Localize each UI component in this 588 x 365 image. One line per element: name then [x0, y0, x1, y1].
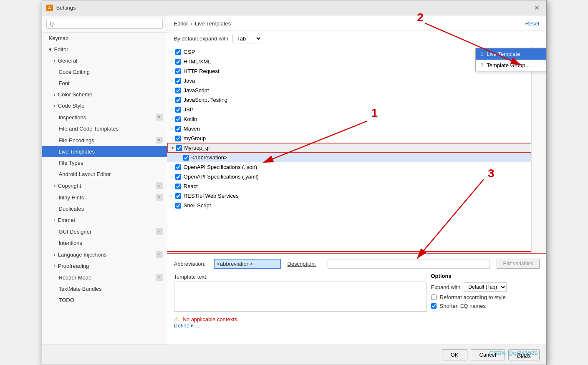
sidebar-item-gui-designer[interactable]: GUI Designer ≡: [42, 226, 167, 237]
sidebar-item-label: Language Injections: [58, 252, 106, 258]
group-checkbox-java[interactable]: [175, 78, 181, 84]
reset-button[interactable]: Reset: [525, 20, 540, 27]
tpl-group-openapi-yaml[interactable]: › OpenAPI Specifications (.yaml): [167, 172, 531, 181]
breadcrumb-separator: ›: [190, 20, 192, 27]
sidebar-item-copyright[interactable]: › Copyright ≡: [42, 180, 167, 191]
tpl-group-myruop[interactable]: ▾ Myruop_qi: [167, 143, 531, 153]
sidebar-item-inspections[interactable]: Inspections ≡: [42, 111, 167, 123]
sidebar-item-general[interactable]: › General: [42, 55, 167, 66]
group-checkbox-jsp[interactable]: [175, 107, 181, 113]
close-button[interactable]: ✕: [532, 3, 542, 13]
options-title: Options: [431, 273, 540, 279]
sidebar-item-intentions[interactable]: Intentions: [42, 237, 167, 249]
toolbar-row: By default expand with Tab Enter Space: [167, 30, 546, 47]
group-label: OpenAPI Specifications (.json): [184, 164, 257, 170]
group-expand-arrow: ›: [172, 174, 173, 179]
shorten-eq-checkbox[interactable]: [431, 303, 437, 309]
group-checkbox-http[interactable]: [175, 68, 181, 74]
group-checkbox-js-testing[interactable]: [175, 97, 181, 103]
tpl-item-abbreviation[interactable]: <abbreviation>: [167, 153, 531, 162]
item-checkbox-abbreviation[interactable]: [183, 155, 189, 161]
group-checkbox-myruop[interactable]: [176, 145, 182, 151]
tpl-group-mygroup[interactable]: › myGroup: [167, 133, 531, 143]
description-input[interactable]: [328, 259, 490, 269]
dropdown-item-live-template[interactable]: 1 Live Template: [476, 48, 546, 60]
group-checkbox-react[interactable]: [175, 184, 181, 189]
group-expand-arrow: ›: [172, 69, 173, 73]
define-link[interactable]: Define ▾: [174, 322, 540, 329]
tpl-group-javascript[interactable]: › JavaScript: [167, 86, 531, 95]
expand-select[interactable]: Tab Enter Space: [232, 34, 262, 43]
dropdown-label-2: Template Group...: [487, 62, 530, 68]
tpl-group-kotlin[interactable]: › Kotlin: [167, 114, 531, 124]
sidebar-item-textmate-bundles[interactable]: TextMate Bundles: [42, 283, 167, 295]
sidebar-item-emmet[interactable]: › Emmet: [42, 214, 167, 226]
dropdown-num-2: 2: [481, 63, 484, 68]
sidebar-item-label: Editor: [54, 46, 68, 53]
tpl-group-restful[interactable]: › RESTful Web Services: [167, 191, 531, 201]
tpl-group-shell[interactable]: › Shell Script: [167, 201, 531, 210]
group-checkbox-js[interactable]: [175, 88, 181, 93]
sidebar-item-editor[interactable]: ▾ Editor: [42, 44, 167, 55]
dropdown-label-1: Live Template: [487, 51, 520, 57]
sidebar-item-font[interactable]: Font: [42, 78, 167, 89]
expand-arrow: ▾: [49, 46, 52, 53]
sidebar-item-keymap[interactable]: Keymap: [42, 33, 167, 44]
group-expand-arrow: ›: [172, 194, 173, 198]
tpl-group-maven[interactable]: › Maven: [167, 124, 531, 133]
expand-arrow: ›: [54, 58, 56, 64]
group-checkbox-shell[interactable]: [175, 203, 181, 209]
group-checkbox-restful[interactable]: [175, 193, 181, 199]
search-input[interactable]: [46, 19, 163, 29]
tpl-group-jsp[interactable]: › JSP: [167, 105, 531, 114]
sidebar-item-file-types[interactable]: File Types: [42, 157, 167, 169]
sidebar-item-file-encodings[interactable]: File Encodings ≡: [42, 134, 167, 146]
ok-button[interactable]: OK: [442, 349, 467, 360]
sidebar-item-color-scheme[interactable]: › Color Scheme: [42, 89, 167, 100]
reformat-row: Reformat according to style: [431, 294, 540, 300]
group-checkbox-mygroup[interactable]: [175, 136, 181, 141]
sidebar-item-code-editing[interactable]: Code Editing: [42, 66, 167, 78]
group-expand-arrow: ›: [172, 126, 173, 131]
sidebar-item-todo[interactable]: TODO: [42, 295, 167, 306]
tpl-group-java[interactable]: › Java: [167, 76, 531, 86]
sidebar-item-file-code-templates[interactable]: File and Code Templates: [42, 123, 167, 134]
group-checkbox-openapi-yaml[interactable]: [175, 174, 181, 180]
group-checkbox-html[interactable]: [175, 59, 181, 65]
reformat-checkbox[interactable]: [431, 295, 437, 300]
breadcrumb-parent: Editor: [174, 20, 188, 27]
tpl-group-openapi-json[interactable]: › OpenAPI Specifications (.json): [167, 162, 531, 172]
sidebar-item-duplicates[interactable]: Duplicates: [42, 203, 167, 214]
expand-label: By default expand with: [174, 35, 229, 42]
group-expand-arrow: ›: [172, 184, 173, 189]
sidebar-item-inlay-hints[interactable]: Inlay Hints ≡: [42, 191, 167, 203]
template-text-area[interactable]: [174, 282, 427, 312]
group-checkbox-kotlin[interactable]: [175, 116, 181, 122]
sidebar-item-code-style[interactable]: › Code Style: [42, 100, 167, 111]
group-label: JSP: [184, 106, 194, 113]
abbreviation-input[interactable]: [214, 259, 281, 269]
app-icon: A: [46, 5, 53, 11]
sidebar-badge: ≡: [156, 228, 163, 235]
template-actions: + ↺: [531, 47, 546, 253]
expand-with-select[interactable]: Default (Tab) Tab Enter Space: [464, 282, 507, 292]
tpl-group-js-testing[interactable]: › JavaScript Testing: [167, 95, 531, 105]
edit-variables-button[interactable]: Edit variables: [497, 259, 539, 269]
sidebar: Keymap ▾ Editor › General Code Editing F…: [42, 15, 167, 345]
settings-dialog: A Settings ✕ Keymap ▾ Editor › General: [42, 0, 547, 365]
add-dropdown-menu: 1 Live Template 2 Template Group...: [475, 48, 546, 71]
sidebar-item-language-injections[interactable]: › Language Injections ≡: [42, 249, 167, 260]
group-checkbox-gsp[interactable]: [175, 49, 181, 55]
group-checkbox-openapi-json[interactable]: [175, 164, 181, 170]
sidebar-item-proofreading[interactable]: › Proofreading: [42, 260, 167, 272]
group-checkbox-maven[interactable]: [175, 126, 181, 132]
sidebar-item-live-templates[interactable]: Live Templates: [42, 146, 167, 157]
sidebar-item-reader-mode[interactable]: Reader Mode ≡: [42, 272, 167, 283]
tpl-group-react[interactable]: › React: [167, 181, 531, 191]
dropdown-item-template-group[interactable]: 2 Template Group...: [476, 60, 546, 71]
sidebar-item-android-layout[interactable]: Android Layout Editor: [42, 169, 167, 180]
sidebar-item-label: Live Templates: [59, 149, 95, 155]
sidebar-item-label: Android Layout Editor: [59, 171, 111, 177]
abbreviation-label: Abbreviation:: [174, 261, 207, 267]
warning-icon: ⚠: [174, 316, 179, 322]
